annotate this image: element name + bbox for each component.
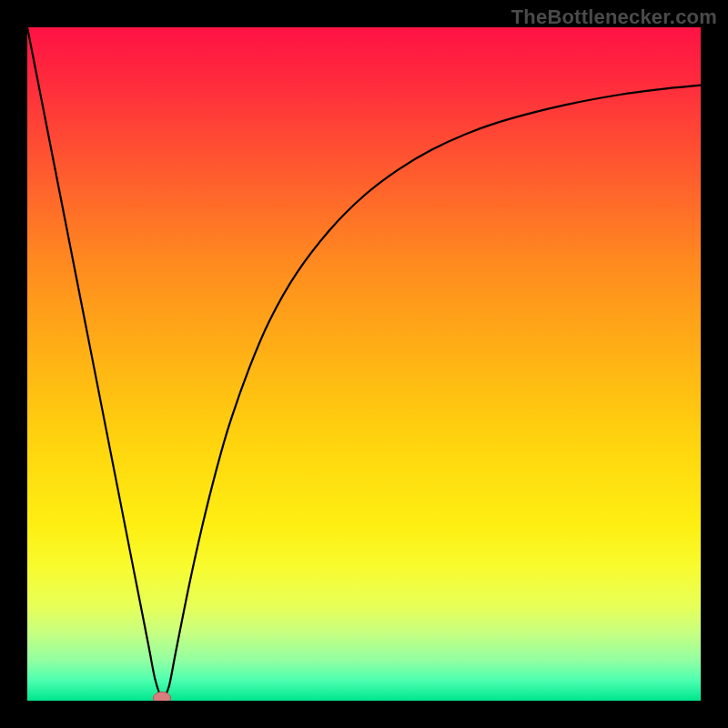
watermark-text: TheBottleneсker.com xyxy=(511,5,717,29)
chart-frame: TheBottleneсker.com xyxy=(0,0,728,728)
gradient-background xyxy=(27,27,701,701)
chart-plot-area xyxy=(27,27,701,701)
chart-svg xyxy=(27,27,701,701)
optimal-point-marker xyxy=(153,692,170,701)
